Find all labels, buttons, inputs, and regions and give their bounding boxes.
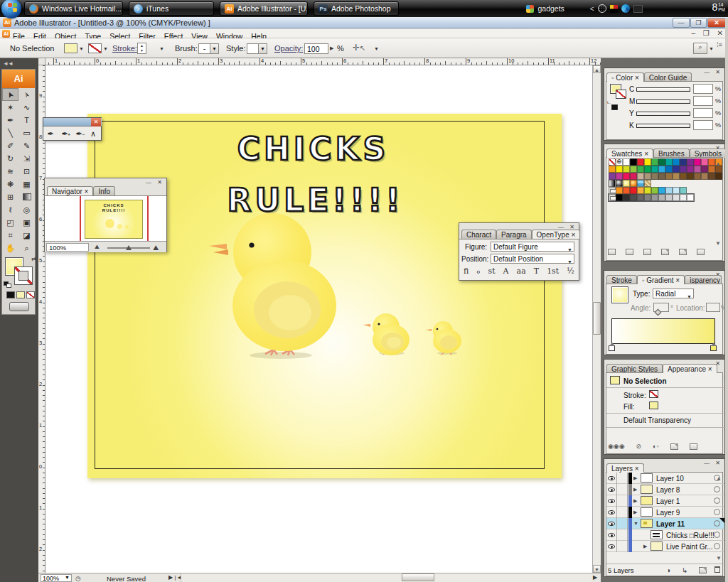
reduce-to-basic-icon[interactable]: ◐◦ xyxy=(653,443,659,450)
opacity-label[interactable]: Opacity: xyxy=(274,44,303,53)
scroll-down-arrow[interactable]: ▼ xyxy=(593,565,601,573)
add-anchor-tool-item[interactable]: ✒+ xyxy=(58,127,72,141)
gradient-mode-button[interactable] xyxy=(16,291,25,298)
mesh-tool[interactable]: ⊞ xyxy=(2,190,18,203)
control-panel-menu-icon[interactable]: ⁞≡ xyxy=(717,41,722,48)
warp-tool[interactable]: ≋ xyxy=(2,165,18,178)
tab-swatches[interactable]: Swatches × xyxy=(606,149,653,158)
make-clipping-mask-icon[interactable]: ◑ xyxy=(666,566,670,574)
cursor-options-dropdown[interactable]: ▼ xyxy=(374,46,379,51)
opentype-glyph-A[interactable]: A xyxy=(503,266,509,276)
swatch-color[interactable] xyxy=(623,166,630,173)
layer-row[interactable]: Chicks □Rule!!! xyxy=(606,529,724,541)
swatch-pattern[interactable] xyxy=(637,180,644,187)
expand-arrow[interactable]: ▶ xyxy=(643,544,647,549)
lock-toggle[interactable] xyxy=(618,518,628,529)
lock-toggle[interactable] xyxy=(618,473,628,484)
swatch-color[interactable] xyxy=(680,166,687,173)
ruler-origin[interactable] xyxy=(38,58,46,65)
canvas[interactable]: CHICKS RULE!!!! xyxy=(46,65,592,573)
lock-toggle[interactable] xyxy=(618,495,628,507)
tray-icon-3[interactable] xyxy=(621,4,630,13)
none-mode-button[interactable] xyxy=(26,291,35,298)
visibility-toggle[interactable] xyxy=(606,507,617,518)
swatch-color[interactable] xyxy=(680,173,687,180)
layer-target-circle[interactable] xyxy=(714,509,720,515)
channel-value-input[interactable] xyxy=(693,120,713,130)
swatch-color[interactable] xyxy=(623,194,630,201)
symbol-sprayer-tool[interactable]: ❋ xyxy=(2,178,18,190)
bridge-dropdown[interactable]: ▼ xyxy=(709,46,714,51)
swatch-color[interactable] xyxy=(616,187,623,194)
swatches-scroll-up[interactable]: ▲ xyxy=(715,161,721,167)
stroke-proxy[interactable] xyxy=(14,266,33,285)
layer-name[interactable]: Layer 11 xyxy=(656,520,685,528)
swatch-color[interactable] xyxy=(644,194,651,201)
new-art-maintains-icon[interactable]: ◉◉◉ xyxy=(608,443,625,450)
expand-arrow[interactable]: ▼ xyxy=(633,521,638,526)
layer-target-circle[interactable] xyxy=(714,497,720,504)
default-fill-stroke-icon[interactable] xyxy=(4,281,12,289)
fill-dropdown-arrow[interactable]: ▼ xyxy=(79,46,84,51)
stroke-weight-dropdown[interactable]: ▼ xyxy=(159,46,164,51)
opentype-glyph-st[interactable]: st xyxy=(488,266,496,276)
swatch-color[interactable] xyxy=(623,158,630,166)
bridge-button[interactable]: ⌕ xyxy=(693,43,707,54)
hscroll-right-arrow[interactable]: ▶ xyxy=(593,574,597,581)
swatch-color[interactable] xyxy=(708,158,715,166)
visibility-toggle[interactable] xyxy=(606,473,617,484)
swatch-color[interactable] xyxy=(701,173,708,180)
swatch-color[interactable] xyxy=(673,166,680,173)
layer-target-circle[interactable] xyxy=(714,486,720,492)
layer-name[interactable]: Layer 1 xyxy=(656,497,680,505)
swatch-color[interactable] xyxy=(651,187,658,194)
swatch-color[interactable] xyxy=(701,158,708,166)
layer-target-circle[interactable] xyxy=(714,543,720,549)
tray-icon-2[interactable] xyxy=(610,5,618,13)
pen-tool[interactable]: ✒ xyxy=(2,114,18,126)
layers-window-buttons[interactable]: — ✕ xyxy=(704,460,722,466)
eraser-tool[interactable]: ◪ xyxy=(18,229,35,242)
blend-tool[interactable]: ◎ xyxy=(18,203,35,216)
gradient-type-select[interactable]: Radial▼ xyxy=(653,289,694,298)
opentype-glyph-aa[interactable]: aa xyxy=(517,266,526,276)
swatch-color[interactable] xyxy=(658,166,665,173)
swatch-color[interactable] xyxy=(616,166,623,173)
swatch-color[interactable] xyxy=(637,166,644,173)
navigator-zoom-slider[interactable] xyxy=(107,247,150,249)
swatch-color[interactable] xyxy=(651,194,658,201)
swatch-color[interactable] xyxy=(644,166,651,173)
opentype-glyph-[interactable]: ½ xyxy=(567,266,574,276)
document-window-controls[interactable]: – ❐ ✕ xyxy=(692,29,726,37)
zoom-out-icon[interactable]: ⛰ xyxy=(95,244,100,251)
opacity-input[interactable]: 100 xyxy=(304,43,328,54)
lock-toggle[interactable] xyxy=(618,484,628,495)
rotate-tool[interactable]: ↻ xyxy=(2,152,18,165)
magic-wand-tool[interactable]: ✶ xyxy=(2,101,18,114)
layer-name[interactable]: Layer 10 xyxy=(656,475,684,483)
position-select[interactable]: Default Position▼ xyxy=(491,254,574,264)
swatch-color[interactable] xyxy=(644,187,651,194)
swatch-color[interactable] xyxy=(637,173,644,180)
swatch-gradient[interactable] xyxy=(609,180,616,187)
gradient-tool[interactable] xyxy=(18,190,35,203)
swatch-color[interactable] xyxy=(651,173,658,180)
tab-navigator[interactable]: Navigator × xyxy=(47,186,93,195)
line-segment-tool[interactable]: ╲ xyxy=(2,126,18,139)
swatch-none[interactable] xyxy=(609,158,616,166)
channel-slider[interactable] xyxy=(636,124,690,128)
layer-row[interactable]: ▶Layer 1 xyxy=(606,495,724,507)
swatch-color[interactable] xyxy=(630,194,637,201)
swatch-registration[interactable] xyxy=(616,158,623,166)
type-tool[interactable]: T xyxy=(18,114,35,126)
navigator-window-buttons[interactable]: — ✕ xyxy=(146,179,164,185)
swatches-scroll-down[interactable]: ▼ xyxy=(715,240,721,247)
swatch-color[interactable] xyxy=(651,158,658,166)
horizontal-scrollbar[interactable] xyxy=(181,573,592,582)
swatch-gradient[interactable] xyxy=(623,180,630,187)
scale-tool[interactable]: ⇲ xyxy=(18,152,35,165)
zoom-tool[interactable]: ⌕ xyxy=(18,242,35,254)
swatch-options-icon[interactable] xyxy=(643,249,651,255)
eyedropper-tool[interactable]: ℓ xyxy=(2,203,18,216)
vertical-scroll-thumb[interactable] xyxy=(593,302,601,335)
